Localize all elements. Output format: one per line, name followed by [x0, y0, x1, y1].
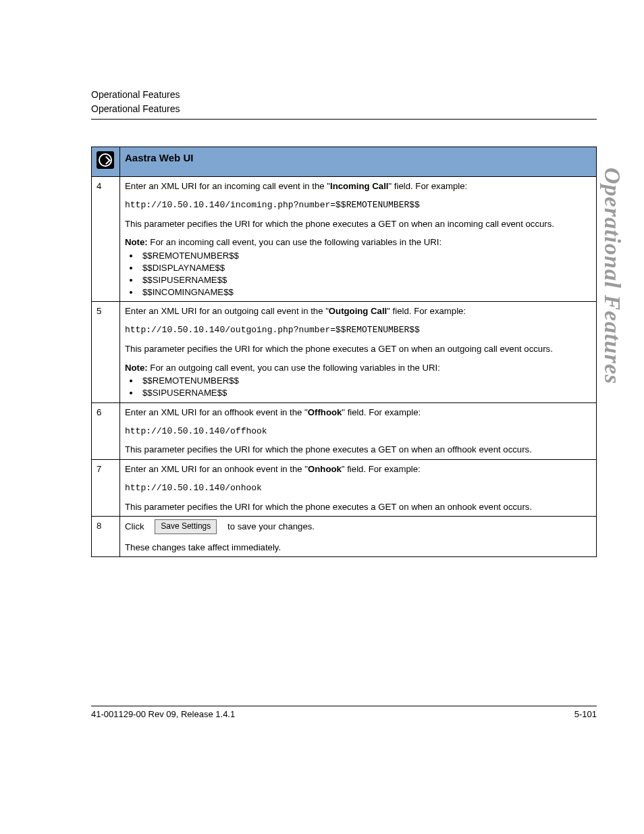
step-content: Click Save Settings to save your changes… [120, 517, 597, 557]
step-desc: This parameter pecifies the URI for whic… [125, 218, 591, 230]
table-row: 7 Enter an XML URI for an onhook event i… [92, 460, 597, 517]
step-desc: This parameter pecifies the URI for whic… [125, 501, 591, 513]
click-post: to save your changes. [227, 521, 315, 531]
variable-list: $$REMOTENUMBER$$ $$SIPUSERNAME$$ [125, 375, 591, 399]
note-label: Note: [125, 363, 148, 373]
list-item: $$REMOTENUMBER$$ [140, 375, 591, 387]
code-sample: http://10.50.10.140/offhook [125, 425, 591, 438]
footer-rule [91, 706, 597, 706]
list-item: $$REMOTENUMBER$$ [140, 250, 591, 262]
step-intro-bold: Incoming Call [330, 181, 388, 191]
step-number: 8 [92, 517, 120, 557]
table-row: 5 Enter an XML URI for an outgoing call … [92, 302, 597, 403]
table-row: 4 Enter an XML URI for an incoming call … [92, 177, 597, 302]
step-intro-post: " field. For example: [342, 407, 421, 417]
header-line-2: Operational Features [91, 102, 597, 116]
step-intro-bold: Offhook [308, 407, 342, 417]
code-sample: http://10.50.10.140/onhook [125, 482, 591, 494]
header-line-1: Operational Features [91, 88, 597, 102]
step-intro-pre: Enter an XML URI for an incoming call ev… [125, 181, 330, 191]
code-sample: http://10.50.10.140/outgoing.php?number=… [125, 324, 591, 336]
table-icon-cell [92, 147, 120, 177]
step-number: 4 [92, 177, 120, 302]
step-desc: This parameter pecifies the URI for whic… [125, 444, 591, 456]
step-intro-post: " field. For example: [387, 306, 466, 316]
list-item: $$SIPUSERNAME$$ [140, 274, 591, 286]
step-intro-post: " field. For example: [342, 464, 421, 474]
variable-list: $$REMOTENUMBER$$ $$DISPLAYNAME$$ $$SIPUS… [125, 250, 591, 298]
step-intro-bold: Onhook [308, 464, 342, 474]
table-title: Aastra Web UI [120, 147, 597, 177]
step-desc: This parameter pecifies the URI for whic… [125, 343, 591, 355]
footer-right: 5-101 [574, 709, 597, 719]
step-content: Enter an XML URI for an outgoing call ev… [120, 302, 597, 403]
step-number: 7 [92, 460, 120, 517]
click-word: Click [125, 521, 144, 531]
step-intro-pre: Enter an XML URI for an outgoing call ev… [125, 306, 329, 316]
side-chapter-label: Operational Features [599, 167, 625, 384]
step-intro-pre: Enter an XML URI for an onhook event in … [125, 464, 308, 474]
step-intro-bold: Outgoing Call [329, 306, 387, 316]
save-settings-button[interactable]: Save Settings [155, 519, 217, 533]
code-sample: http://10.50.10.140/incoming.php?number=… [125, 199, 591, 211]
table-row: 6 Enter an XML URI for an offhook event … [92, 403, 597, 460]
list-item: $$SIPUSERNAME$$ [140, 387, 591, 399]
page-header: Operational Features Operational Feature… [91, 88, 597, 116]
step-intro-pre: Enter an XML URI for an offhook event in… [125, 407, 308, 417]
step-content: Enter an XML URI for an offhook event in… [120, 403, 597, 460]
step-desc: These changes take affect immediately. [125, 542, 591, 554]
procedure-table: Aastra Web UI 4 Enter an XML URI for an … [91, 147, 597, 557]
step-content: Enter an XML URI for an onhook event in … [120, 460, 597, 517]
step-content: Enter an XML URI for an incoming call ev… [120, 177, 597, 302]
footer-left: 41-001129-00 Rev 09, Release 1.4.1 [91, 709, 235, 719]
page-footer: 41-001129-00 Rev 09, Release 1.4.1 5-101 [91, 706, 597, 719]
list-item: $$DISPLAYNAME$$ [140, 262, 591, 274]
step-number: 5 [92, 302, 120, 403]
note-text: For an incoming call event, you can use … [148, 237, 441, 247]
step-intro-post: " field. For example: [388, 181, 467, 191]
table-row: 8 Click Save Settings to save your chang… [92, 517, 597, 557]
note-label: Note: [125, 237, 148, 247]
list-item: $$INCOMINGNAME$$ [140, 286, 591, 298]
web-ui-icon [97, 151, 114, 169]
header-rule [91, 119, 597, 120]
note-text: For an outgoing call event, you can use … [148, 363, 440, 373]
step-number: 6 [92, 403, 120, 460]
